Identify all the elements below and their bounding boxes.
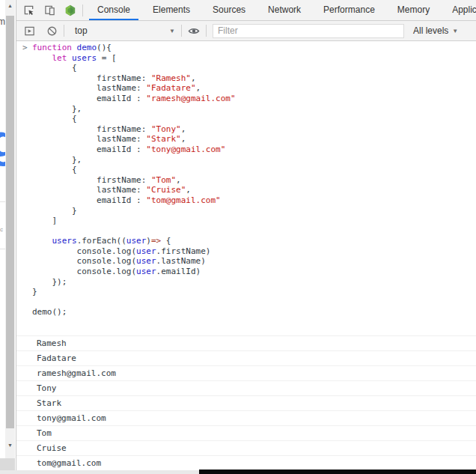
window-bottom-edge <box>0 470 199 474</box>
page-text-fragment: m <box>0 16 5 27</box>
console-message: tom@gmail.com <box>16 455 476 470</box>
clear-console-icon[interactable] <box>46 25 58 37</box>
page-card-text: c <box>0 226 3 233</box>
inspect-element-icon[interactable] <box>22 4 34 16</box>
taskbar-sliver <box>199 470 476 474</box>
console-panel: > function demo(){ let users = [ { first… <box>16 41 476 471</box>
extension-hexagon-icon[interactable] <box>64 4 76 16</box>
scroll-up-icon[interactable]: ▲ <box>5 1 15 11</box>
devtools-tabbar: ConsoleElementsSourcesNetworkPerformance… <box>16 0 476 21</box>
console-input[interactable]: > function demo(){ let users = [ { first… <box>16 41 476 335</box>
tab-performance[interactable]: Performance <box>315 0 383 20</box>
context-selector-label: top <box>75 25 88 36</box>
show-console-sidebar-icon[interactable] <box>23 25 35 37</box>
devtools-panel: ConsoleElementsSourcesNetworkPerformance… <box>16 0 476 474</box>
scroll-down-icon[interactable]: ▼ <box>5 440 15 451</box>
device-toolbar-icon[interactable] <box>43 4 55 16</box>
console-input-code: function demo(){ let users = [ { firstNa… <box>32 43 476 317</box>
console-message: Cruise <box>16 440 476 455</box>
live-expression-eye-icon[interactable] <box>188 25 200 37</box>
tab-application[interactable]: Application <box>444 0 476 20</box>
tab-console[interactable]: Console <box>89 0 138 20</box>
toolbar-separator <box>181 25 182 37</box>
toolbar-separator <box>82 4 83 16</box>
console-message: Ramesh <box>16 335 476 350</box>
log-levels-label: All levels <box>413 25 448 36</box>
console-toolbar: top ▼ All levels ▼ <box>16 21 476 41</box>
tab-elements[interactable]: Elements <box>144 0 198 20</box>
screenshot-root: m g c ▲ ▼ <box>0 0 476 474</box>
console-message: tony@gmail.com <box>16 410 476 425</box>
page-scrollbar-thumb[interactable] <box>6 16 14 428</box>
console-message: Tony <box>16 380 476 395</box>
chevron-down-icon: ▼ <box>169 28 175 34</box>
page-scrollbar-corner <box>0 458 15 470</box>
filter-input[interactable] <box>213 24 404 38</box>
chevron-down-icon: ▼ <box>452 28 458 34</box>
page-scrollbar[interactable]: ▲ ▼ <box>5 0 15 458</box>
console-message: Tom <box>16 425 476 440</box>
tab-memory[interactable]: Memory <box>389 0 438 20</box>
tab-sources[interactable]: Sources <box>204 0 254 20</box>
console-output: RameshFadatareramesh@gmail.comTonyStarkt… <box>16 335 476 471</box>
console-message: ramesh@gmail.com <box>16 365 476 380</box>
background-page-sliver: m g c ▲ ▼ <box>0 0 15 474</box>
context-selector[interactable]: top ▼ <box>75 25 175 36</box>
console-message: Fadatare <box>16 350 476 365</box>
toolbar-separator <box>206 25 207 37</box>
tab-network[interactable]: Network <box>260 0 309 20</box>
console-message: Stark <box>16 395 476 410</box>
toolbar-separator <box>64 25 64 37</box>
console-prompt-chevron: > <box>22 43 28 53</box>
tab-strip: ConsoleElementsSourcesNetworkPerformance… <box>89 0 476 20</box>
log-levels-dropdown[interactable]: All levels ▼ <box>413 25 458 36</box>
